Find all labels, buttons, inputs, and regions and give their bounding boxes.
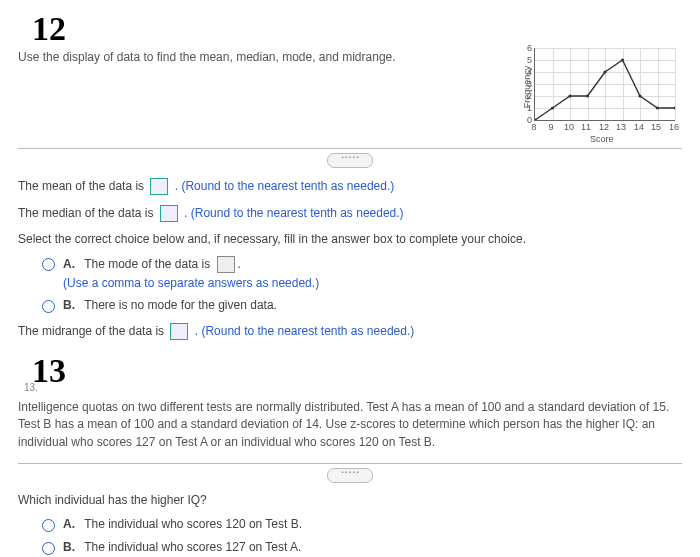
option-label: B. — [63, 298, 75, 312]
median-input[interactable] — [160, 205, 178, 222]
divider-handle[interactable]: • • • • • — [327, 153, 373, 168]
xtick: 10 — [561, 122, 577, 132]
q12-option-b[interactable]: B. There is no mode for the given data. — [42, 298, 682, 313]
select-instruction: Select the correct choice below and, if … — [18, 232, 682, 246]
median-line: The median of the data is . (Round to th… — [18, 205, 682, 222]
handwritten-q12: 12 — [32, 12, 682, 46]
ytick: 6 — [520, 43, 532, 53]
xtick: 11 — [578, 122, 594, 132]
ytick: 1 — [520, 103, 532, 113]
median-pre: The median of the data is — [18, 206, 157, 220]
midrange-pre: The midrange of the data is — [18, 324, 167, 338]
chart-line — [535, 48, 675, 120]
mean-hint: . (Round to the nearest tenth as needed.… — [175, 179, 394, 193]
median-hint: . (Round to the nearest tenth as needed.… — [184, 206, 403, 220]
ytick: 4 — [520, 67, 532, 77]
xtick: 15 — [648, 122, 664, 132]
svg-point-4 — [603, 70, 606, 73]
svg-point-2 — [568, 94, 571, 97]
mean-pre: The mean of the data is — [18, 179, 147, 193]
mean-input[interactable] — [150, 178, 168, 195]
xtick: 9 — [543, 122, 559, 132]
option-text: There is no mode for the given data. — [84, 298, 277, 312]
svg-point-8 — [673, 106, 675, 109]
xtick: 12 — [596, 122, 612, 132]
ytick: 2 — [520, 91, 532, 101]
frequency-chart: Frequency 6 5 4 3 2 1 0 — [502, 44, 682, 136]
xtick: 8 — [526, 122, 542, 132]
option-label: A. — [63, 257, 75, 271]
option-text: The mode of the data is — [84, 257, 213, 271]
q13-option-a[interactable]: A. The individual who scores 120 on Test… — [42, 517, 682, 532]
xtick: 13 — [613, 122, 629, 132]
xtick: 14 — [631, 122, 647, 132]
chart-plot-area — [534, 48, 675, 121]
section-divider — [18, 148, 682, 149]
divider-handle[interactable]: • • • • • — [327, 468, 373, 483]
option-text: The individual who scores 127 on Test A. — [84, 540, 301, 554]
midrange-hint: . (Round to the nearest tenth as needed.… — [195, 324, 414, 338]
printed-q13-number: 13. — [24, 382, 682, 393]
mean-line: The mean of the data is . (Round to the … — [18, 178, 682, 195]
svg-point-6 — [638, 94, 641, 97]
ytick: 5 — [520, 55, 532, 65]
option-label: B. — [63, 540, 75, 554]
ytick: 3 — [520, 79, 532, 89]
svg-point-7 — [656, 106, 659, 109]
radio-icon[interactable] — [42, 542, 55, 555]
svg-point-1 — [551, 106, 554, 109]
q12-option-a[interactable]: A. The mode of the data is . (Use a comm… — [42, 256, 682, 290]
option-text: The individual who scores 120 on Test B. — [84, 517, 302, 531]
svg-point-5 — [621, 58, 624, 61]
radio-icon[interactable] — [42, 519, 55, 532]
q13-option-b[interactable]: B. The individual who scores 127 on Test… — [42, 540, 682, 555]
q13-question: Which individual has the higher IQ? — [18, 493, 682, 507]
xtick: 16 — [666, 122, 682, 132]
svg-point-3 — [586, 94, 589, 97]
q12-instruction: Use the display of data to find the mean… — [18, 50, 396, 64]
chart-xlabel: Score — [590, 134, 614, 144]
q13-paragraph: Intelligence quotas on two different tes… — [18, 399, 682, 451]
radio-icon[interactable] — [42, 300, 55, 313]
radio-icon[interactable] — [42, 258, 55, 271]
option-hint: (Use a comma to separate answers as need… — [63, 276, 319, 290]
midrange-line: The midrange of the data is . (Round to … — [18, 323, 682, 340]
midrange-input[interactable] — [170, 323, 188, 340]
mode-input[interactable] — [217, 256, 235, 273]
section-divider — [18, 463, 682, 464]
option-label: A. — [63, 517, 75, 531]
